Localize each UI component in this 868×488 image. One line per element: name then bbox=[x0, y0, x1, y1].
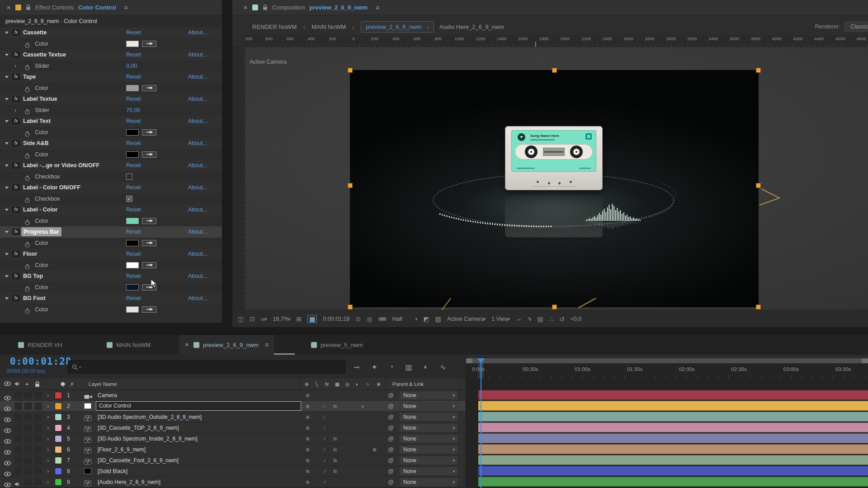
layer-row[interactable]: ›6[Floor_2_6_9_nwm]⊛∕fx⊕@None▾ bbox=[0, 444, 466, 455]
eyedropper-button[interactable] bbox=[142, 41, 156, 47]
layer-label-color[interactable] bbox=[55, 425, 61, 431]
switch-cell[interactable] bbox=[34, 424, 42, 432]
switch-motion-blur-icon[interactable]: ◎ bbox=[345, 378, 349, 390]
vertical-ruler[interactable] bbox=[232, 47, 245, 310]
layer-label-color[interactable] bbox=[55, 446, 61, 453]
breadcrumb-active[interactable]: preview_2_6_9_nwm‹ bbox=[361, 21, 434, 33]
eyedropper-button[interactable] bbox=[142, 85, 156, 91]
pickwhip-icon[interactable]: @ bbox=[388, 422, 394, 433]
expand-icon[interactable]: › bbox=[47, 390, 49, 401]
reset-link[interactable]: Reset bbox=[126, 138, 141, 149]
expand-icon[interactable]: › bbox=[47, 466, 49, 477]
switch-cell[interactable] bbox=[34, 479, 42, 486]
switch-cell[interactable] bbox=[34, 435, 42, 442]
layer-switch-anchor-icon[interactable]: ⊛ bbox=[306, 477, 310, 488]
composition-frame[interactable]: ♥ Song Name Here B bbox=[350, 70, 759, 307]
layer-switch-fx-icon[interactable]: fx bbox=[333, 401, 337, 412]
composition-viewer[interactable]: ♥ Song Name Here B bbox=[245, 47, 868, 310]
about-link[interactable]: About... bbox=[188, 204, 208, 216]
color-swatch[interactable] bbox=[126, 129, 139, 136]
audio-cell[interactable] bbox=[14, 468, 22, 475]
color-swatch[interactable] bbox=[126, 262, 139, 268]
layer-row[interactable]: ›2Color Control⊛∕fx◐@None▾ bbox=[0, 401, 466, 412]
lock-icon[interactable] bbox=[263, 5, 268, 10]
pickwhip-icon[interactable]: @ bbox=[388, 433, 394, 444]
switch-quality-icon[interactable]: ╲ bbox=[315, 378, 318, 390]
tab-composition[interactable]: Composition bbox=[272, 4, 305, 11]
layer-label-color[interactable] bbox=[55, 414, 61, 420]
switch-cell[interactable] bbox=[24, 424, 32, 432]
selection-handle[interactable] bbox=[348, 305, 353, 310]
layer-switch-ball-icon[interactable]: ⊕ bbox=[373, 444, 377, 455]
layer-switch-anchor-icon[interactable]: ⊛ bbox=[306, 466, 310, 477]
selection-handle[interactable] bbox=[756, 305, 761, 310]
chevron-down-icon[interactable] bbox=[5, 76, 9, 78]
effect-name[interactable]: Label - Color bbox=[23, 204, 57, 216]
reset-link[interactable]: Reset bbox=[126, 94, 141, 105]
layer-switch-anchor-icon[interactable]: ⊛ bbox=[306, 433, 310, 444]
switch-cell[interactable] bbox=[24, 392, 32, 399]
about-link[interactable]: About... bbox=[188, 94, 208, 105]
layer-name[interactable]: Camera bbox=[98, 390, 117, 401]
layer-switch-fx-icon[interactable]: fx bbox=[333, 466, 337, 477]
layer-row[interactable]: ›7[3D_Cassette_Foot_2_6_9_nwm]⊛∕fx@None▾ bbox=[0, 455, 466, 466]
frame-blending-icon[interactable]: ▥ bbox=[405, 363, 412, 371]
graph-editor-icon[interactable]: ∿ bbox=[440, 363, 446, 371]
mini-timeline-icon[interactable]: ▤ bbox=[537, 315, 543, 323]
switch-cell[interactable] bbox=[34, 446, 42, 453]
layer-switch-slash-icon[interactable]: ∕ bbox=[324, 477, 325, 488]
layer-row[interactable]: ›8[Solid Black]⊛∕fx@None▾ bbox=[0, 466, 466, 477]
expand-icon[interactable]: › bbox=[47, 444, 49, 455]
layer-name-column-header[interactable]: Layer Name bbox=[89, 378, 117, 390]
reset-exposure-icon[interactable]: ↺ bbox=[559, 315, 565, 323]
timeline-tab[interactable]: ✕preview_2_6_9_nwm≡ bbox=[179, 335, 274, 355]
slider-value[interactable]: 70,00 bbox=[126, 105, 140, 116]
color-swatch[interactable] bbox=[126, 284, 139, 291]
layer-switch-fx-icon[interactable]: fx bbox=[333, 433, 337, 444]
selection-handle[interactable] bbox=[348, 68, 353, 73]
switch-cell[interactable] bbox=[24, 468, 32, 475]
chevron-down-icon[interactable] bbox=[5, 54, 9, 56]
slider-value[interactable]: 0,00 bbox=[126, 61, 137, 72]
color-swatch[interactable] bbox=[126, 218, 139, 224]
effect-name[interactable]: Label - Color ON/OFF bbox=[23, 182, 80, 193]
snapshot-camera-icon[interactable]: ⊙ bbox=[356, 315, 361, 323]
layer-switch-fx-icon[interactable]: fx bbox=[333, 444, 337, 455]
effect-name[interactable]: Side A&B bbox=[23, 138, 49, 149]
layer-name[interactable]: [3D_Cassette_Foot_2_6_9_nwm] bbox=[98, 455, 179, 466]
chevron-down-icon[interactable] bbox=[5, 164, 9, 167]
checkbox[interactable] bbox=[126, 174, 132, 180]
eye-icon[interactable] bbox=[4, 480, 11, 488]
color-swatch[interactable] bbox=[126, 85, 139, 91]
layer-row[interactable]: ›1Camera⊛@None▾ bbox=[0, 390, 466, 401]
chevron-down-icon[interactable] bbox=[5, 142, 9, 145]
exposure-value[interactable]: +0,0 bbox=[570, 316, 581, 322]
pickwhip-icon[interactable]: @ bbox=[388, 466, 394, 477]
audio-cell[interactable] bbox=[14, 403, 22, 410]
effect-name[interactable]: Cassette bbox=[23, 27, 47, 38]
reset-link[interactable]: Reset bbox=[126, 49, 141, 61]
layer-switch-fx-icon[interactable]: fx bbox=[333, 455, 337, 466]
layer-label-color[interactable] bbox=[55, 436, 61, 442]
layer-switch-slash-icon[interactable]: ∕ bbox=[324, 401, 325, 412]
channels-icon[interactable] bbox=[378, 316, 386, 322]
layer-switch-slash-icon[interactable]: ∕ bbox=[324, 444, 325, 455]
close-icon[interactable]: ✕ bbox=[6, 5, 11, 11]
tab-composition-name[interactable]: preview_2_6_9_nwm bbox=[309, 4, 368, 11]
effect-name[interactable]: BG Foot bbox=[23, 293, 45, 304]
selection-handle[interactable] bbox=[348, 183, 353, 188]
audio-cell[interactable] bbox=[14, 413, 22, 421]
selection-handle[interactable] bbox=[756, 68, 761, 73]
panel-menu-icon[interactable]: ≡ bbox=[124, 4, 128, 11]
switch-cell[interactable] bbox=[34, 468, 42, 475]
lock-icon[interactable] bbox=[26, 5, 31, 10]
pickwhip-icon[interactable]: @ bbox=[388, 477, 394, 488]
switch-3d-ball-icon[interactable]: ○ bbox=[366, 378, 369, 390]
reset-link[interactable]: Reset bbox=[126, 116, 141, 127]
resolution-select[interactable]: Half▾ bbox=[392, 316, 417, 322]
chevron-down-icon[interactable] bbox=[5, 231, 9, 233]
pickwhip-icon[interactable]: @ bbox=[388, 412, 394, 422]
color-swatch[interactable] bbox=[126, 240, 139, 246]
reset-link[interactable]: Reset bbox=[126, 71, 141, 83]
layer-switch-slash-icon[interactable]: ∕ bbox=[324, 466, 325, 477]
